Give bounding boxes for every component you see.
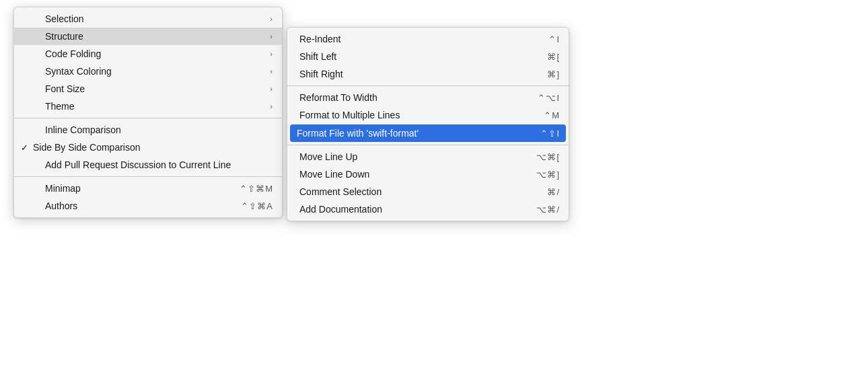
separator-1 (14, 118, 282, 118)
shortcut-shift-left: ⌘ [ (547, 52, 559, 62)
submenu-label-format-multiple: Format to Multiple Lines (299, 110, 523, 120)
submenu-item-re-indent[interactable]: Re-Indent ⌃ I (287, 30, 569, 48)
menu-item-structure[interactable]: Structure › (14, 28, 282, 45)
menu-item-selection[interactable]: Selection › (14, 10, 282, 28)
menu-label-syntax-coloring: Syntax Coloring (45, 66, 263, 77)
menu-label-side-by-side: Side By Side Comparison (33, 142, 273, 153)
submenu-item-shift-right[interactable]: Shift Right ⌘ ] (287, 65, 569, 83)
menu-item-font-size[interactable]: Font Size › (14, 80, 282, 98)
submenu-label-shift-right: Shift Right (299, 69, 527, 79)
shortcut-minimap: ⌃ ⇧ ⌘ M (240, 184, 273, 194)
submenu-label-move-line-down: Move Line Down (299, 169, 516, 180)
shortcut-reformat-width: ⌃ ⌥ I (538, 93, 559, 103)
submenu-label-comment-selection: Comment Selection (299, 186, 527, 197)
menu-item-syntax-coloring[interactable]: Syntax Coloring › (14, 63, 282, 80)
submenu-label-move-line-up: Move Line Up (299, 151, 516, 162)
menu-item-side-by-side[interactable]: ✓ Side By Side Comparison (14, 139, 282, 156)
menu-label-font-size: Font Size (45, 83, 263, 94)
menu-label-minimap: Minimap (45, 183, 226, 194)
separator-2 (14, 176, 282, 177)
submenu-item-format-file[interactable]: Format File with 'swift-format' ⌃ ⇧ I (290, 124, 566, 142)
shortcut-authors: ⌃ ⇧ ⌘ A (241, 201, 273, 211)
shortcut-format-multiple: ⌃ M (544, 110, 559, 120)
submenu-label-format-file: Format File with 'swift-format' (297, 128, 520, 139)
menu-item-code-folding[interactable]: Code Folding › (14, 45, 282, 63)
submenu-label-reformat-width: Reformat To Width (299, 92, 517, 103)
submenu-separator-1 (287, 85, 569, 86)
menu-item-add-pull-request[interactable]: Add Pull Request Discussion to Current L… (14, 156, 282, 174)
submenu-label-add-documentation: Add Documentation (299, 204, 516, 215)
menu-item-theme[interactable]: Theme › (14, 98, 282, 115)
menu-label-structure: Structure (45, 31, 263, 42)
submenu-item-reformat-width[interactable]: Reformat To Width ⌃ ⌥ I (287, 89, 569, 106)
submenu-label-shift-left: Shift Left (299, 51, 527, 62)
menu-item-inline-comparison[interactable]: Inline Comparison (14, 121, 282, 139)
right-submenu-panel: Re-Indent ⌃ I Shift Left ⌘ [ Shift Right… (287, 27, 569, 221)
menu-label-add-pull-request: Add Pull Request Discussion to Current L… (45, 159, 273, 170)
submenu-item-add-documentation[interactable]: Add Documentation ⌥ ⌘ / (287, 200, 569, 218)
shortcut-move-line-up: ⌥ ⌘ [ (536, 152, 559, 162)
submenu-separator-2 (287, 145, 569, 145)
menu-label-authors: Authors (45, 200, 227, 211)
shortcut-move-line-down: ⌥ ⌘ ] (536, 170, 559, 180)
submenu-item-shift-left[interactable]: Shift Left ⌘ [ (287, 48, 569, 65)
menu-item-minimap[interactable]: Minimap ⌃ ⇧ ⌘ M (14, 180, 282, 197)
left-menu-panel: Selection › Structure › Code Folding › S… (13, 7, 283, 218)
shortcut-format-file: ⌃ ⇧ I (540, 128, 559, 139)
menu-item-authors[interactable]: Authors ⌃ ⇧ ⌘ A (14, 197, 282, 215)
submenu-label-re-indent: Re-Indent (299, 34, 528, 44)
shortcut-add-documentation: ⌥ ⌘ / (536, 205, 559, 215)
menu-label-selection: Selection (45, 13, 263, 24)
chevron-font-size: › (270, 85, 273, 93)
chevron-syntax-coloring: › (270, 67, 273, 75)
submenu-item-move-line-down[interactable]: Move Line Down ⌥ ⌘ ] (287, 165, 569, 183)
shortcut-re-indent: ⌃ I (548, 34, 559, 44)
submenu-item-comment-selection[interactable]: Comment Selection ⌘ / (287, 183, 569, 200)
checkmark-side-by-side: ✓ (21, 143, 33, 153)
menus-container: Selection › Structure › Code Folding › S… (0, 0, 569, 221)
chevron-code-folding: › (270, 50, 273, 58)
menu-label-theme: Theme (45, 101, 263, 112)
shortcut-shift-right: ⌘ ] (547, 69, 559, 79)
menu-label-code-folding: Code Folding (45, 48, 263, 59)
chevron-theme: › (270, 102, 273, 110)
menu-label-inline-comparison: Inline Comparison (45, 124, 273, 135)
chevron-selection: › (270, 15, 273, 23)
shortcut-comment-selection: ⌘ / (547, 187, 559, 197)
submenu-item-format-multiple[interactable]: Format to Multiple Lines ⌃ M (287, 106, 569, 124)
submenu-item-move-line-up[interactable]: Move Line Up ⌥ ⌘ [ (287, 148, 569, 165)
chevron-structure: › (270, 32, 273, 40)
